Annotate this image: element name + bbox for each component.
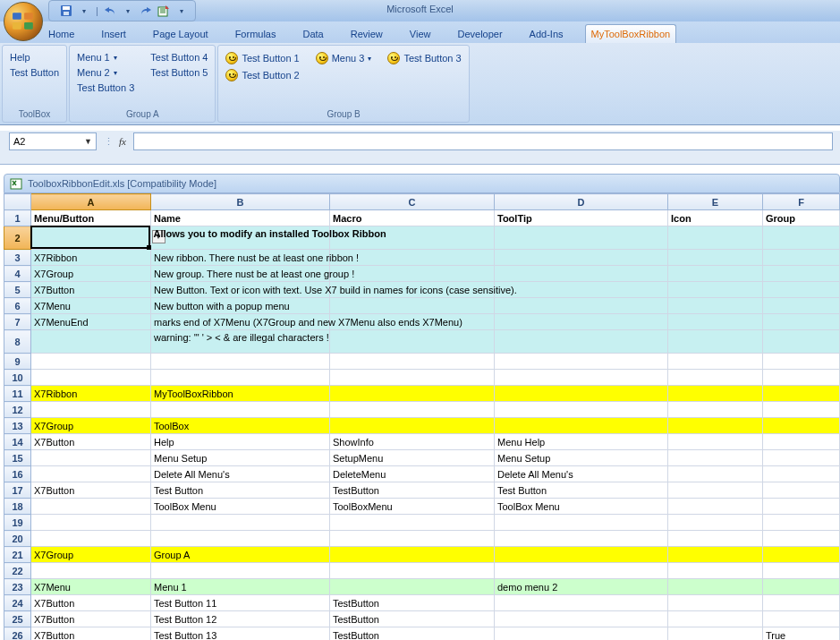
- tab-view[interactable]: View: [404, 25, 437, 43]
- cell[interactable]: [668, 226, 763, 250]
- cell[interactable]: [151, 354, 330, 370]
- cell[interactable]: [330, 418, 495, 434]
- cell[interactable]: [763, 579, 840, 595]
- cell[interactable]: [330, 266, 495, 282]
- cell[interactable]: X7Ribbon: [31, 386, 151, 402]
- cell[interactable]: [763, 531, 840, 547]
- ribbon-button[interactable]: Test Button 3: [386, 51, 462, 65]
- tab-developer[interactable]: Developer: [452, 25, 507, 43]
- cell[interactable]: [495, 515, 668, 531]
- undo-icon[interactable]: [102, 3, 118, 19]
- cell[interactable]: [668, 531, 763, 547]
- cell[interactable]: [668, 418, 763, 434]
- cell[interactable]: [668, 298, 763, 314]
- expand-icon[interactable]: ⋮: [104, 136, 114, 148]
- row-header-21[interactable]: 21: [4, 547, 31, 563]
- row-header-14[interactable]: 14: [4, 434, 31, 450]
- cell[interactable]: [31, 466, 151, 482]
- cell[interactable]: [668, 386, 763, 402]
- cell[interactable]: X7Group: [31, 418, 151, 434]
- cell[interactable]: [495, 330, 668, 354]
- cell-dropdown-icon[interactable]: ▼: [152, 230, 165, 243]
- ribbon-button[interactable]: Test Button 2: [224, 68, 301, 82]
- row-header-25[interactable]: 25: [4, 611, 31, 627]
- tab-mytoolboxribbon[interactable]: MyToolBoxRibbon: [585, 24, 677, 43]
- cell[interactable]: X7Ribbon: [31, 250, 151, 266]
- cell[interactable]: [668, 627, 763, 641]
- cell[interactable]: [668, 370, 763, 386]
- col-header-A[interactable]: A: [31, 194, 151, 210]
- cell[interactable]: Test Button 13: [151, 627, 330, 641]
- tab-review[interactable]: Review: [345, 25, 388, 43]
- cell[interactable]: [668, 466, 763, 482]
- row-header-5[interactable]: 5: [4, 282, 31, 298]
- cell[interactable]: TestButton: [330, 611, 495, 627]
- cell[interactable]: [763, 330, 840, 354]
- qat-customize-icon[interactable]: ▾: [174, 3, 190, 19]
- cell[interactable]: TestButton: [330, 627, 495, 641]
- col-header-C[interactable]: C: [330, 194, 495, 210]
- cell[interactable]: [330, 386, 495, 402]
- cell[interactable]: DeleteMenu: [330, 466, 495, 482]
- cell[interactable]: ToolBox: [151, 418, 330, 434]
- select-all-corner[interactable]: [4, 194, 31, 210]
- cell[interactable]: [495, 402, 668, 418]
- col-header-E[interactable]: E: [668, 194, 763, 210]
- cell[interactable]: [31, 330, 151, 354]
- name-box[interactable]: A2 ▼: [9, 132, 97, 150]
- cell[interactable]: Menu Help: [495, 434, 668, 450]
- cell[interactable]: [763, 434, 840, 450]
- cell[interactable]: [763, 354, 840, 370]
- cell[interactable]: New button with a popup menu: [151, 298, 330, 314]
- row-header-13[interactable]: 13: [4, 418, 31, 434]
- formula-input[interactable]: [133, 132, 833, 150]
- tab-home[interactable]: Home: [43, 25, 80, 43]
- workbook-titlebar[interactable]: ToolboxRibbonEdit.xls [Compatibility Mod…: [4, 174, 840, 193]
- row-header-9[interactable]: 9: [4, 354, 31, 370]
- cell[interactable]: [495, 266, 668, 282]
- cell[interactable]: [495, 531, 668, 547]
- cell[interactable]: [151, 563, 330, 579]
- row-header-2[interactable]: 2: [4, 226, 31, 250]
- cell[interactable]: [763, 314, 840, 330]
- cell[interactable]: X7Button: [31, 595, 151, 611]
- cell[interactable]: [330, 226, 495, 250]
- cell[interactable]: Menu 1: [151, 579, 330, 595]
- cell[interactable]: New Button. Text or icon with text. Use …: [151, 282, 330, 298]
- ribbon-button[interactable]: Menu 3▾: [314, 51, 374, 65]
- cell[interactable]: X7Group: [31, 266, 151, 282]
- cell[interactable]: [763, 611, 840, 627]
- row-header-16[interactable]: 16: [4, 466, 31, 482]
- row-header-20[interactable]: 20: [4, 531, 31, 547]
- cell[interactable]: [763, 386, 840, 402]
- cell[interactable]: [668, 434, 763, 450]
- cell[interactable]: [668, 547, 763, 563]
- cell[interactable]: New group. There nust be at least one gr…: [151, 266, 330, 282]
- tab-formulas[interactable]: Formulas: [230, 25, 282, 43]
- cell[interactable]: [668, 595, 763, 611]
- cell[interactable]: [668, 563, 763, 579]
- cell[interactable]: [495, 386, 668, 402]
- cell[interactable]: ShowInfo: [330, 434, 495, 450]
- cell[interactable]: Help: [151, 434, 330, 450]
- cell[interactable]: Test Button: [495, 482, 668, 499]
- cell[interactable]: [668, 282, 763, 298]
- col-header-F[interactable]: F: [763, 194, 840, 210]
- cell[interactable]: ToolBox Menu: [151, 499, 330, 515]
- row-header-3[interactable]: 3: [4, 250, 31, 266]
- cell[interactable]: [763, 226, 840, 250]
- cell[interactable]: [763, 418, 840, 434]
- cell[interactable]: [763, 450, 840, 466]
- row-header-1[interactable]: 1: [4, 210, 31, 226]
- export-icon[interactable]: [156, 3, 172, 19]
- name-box-dropdown-icon[interactable]: ▼: [84, 137, 92, 146]
- cell[interactable]: [31, 370, 151, 386]
- row-header-24[interactable]: 24: [4, 595, 31, 611]
- cell[interactable]: X7Button: [31, 627, 151, 641]
- cell[interactable]: [668, 450, 763, 466]
- cell[interactable]: [763, 563, 840, 579]
- cell[interactable]: [763, 370, 840, 386]
- cell[interactable]: [763, 515, 840, 531]
- save-icon[interactable]: [58, 3, 74, 19]
- tab-data[interactable]: Data: [297, 25, 328, 43]
